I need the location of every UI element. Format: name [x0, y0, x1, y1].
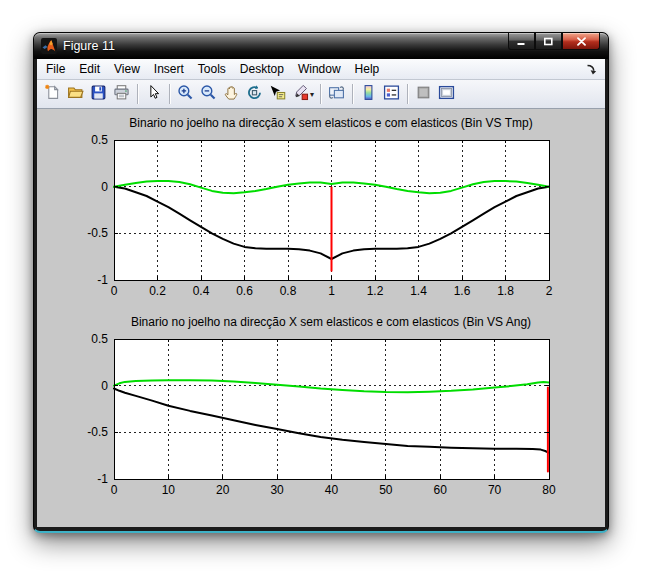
- y-tick-label: -0.5: [87, 425, 108, 439]
- print-figure-icon: [113, 84, 130, 105]
- window-controls: [508, 33, 600, 50]
- y-tick-label: -1: [97, 273, 108, 287]
- subplot-1-title: Binario no joelho na direcção X sem elas…: [129, 116, 532, 130]
- show-plot-tools-icon: [438, 84, 455, 105]
- matlab-icon: [41, 38, 57, 54]
- save-figure-icon: [90, 84, 107, 105]
- desktop: Figure 11 FileEditViewInsertToolsDesktop…: [0, 0, 653, 574]
- zoom-in-icon: [177, 84, 194, 105]
- x-tick-label: 0.8: [280, 284, 297, 298]
- new-figure-icon: [44, 84, 61, 105]
- y-tick-label: 0.5: [91, 332, 108, 346]
- dock-figure-arrow-icon[interactable]: [585, 63, 598, 76]
- restore-button[interactable]: [535, 33, 562, 50]
- menu-item-edit[interactable]: Edit: [72, 60, 107, 78]
- link-plot-button[interactable]: [325, 83, 348, 106]
- menu-item-desktop[interactable]: Desktop: [233, 60, 291, 78]
- subplot-2: 010203040506070800.50-0.5-1: [87, 332, 556, 497]
- x-tick-label: 60: [434, 483, 448, 497]
- edit-plot-button[interactable]: [142, 83, 165, 106]
- insert-legend-button[interactable]: [380, 83, 403, 106]
- x-tick-label: 0.2: [149, 284, 166, 298]
- x-tick-label: 1.2: [367, 284, 384, 298]
- titlebar[interactable]: Figure 11: [34, 33, 608, 59]
- data-cursor-button[interactable]: [266, 83, 289, 106]
- open-file-icon: [67, 84, 84, 105]
- subplot-2-title: Binario no joelho na direcção X sem elas…: [131, 315, 531, 329]
- toolbar: ▾: [37, 80, 605, 109]
- x-tick-label: 30: [270, 483, 284, 497]
- toolbar-separator: [320, 84, 321, 104]
- pan-icon: [223, 84, 240, 105]
- menubar: FileEditViewInsertToolsDesktopWindowHelp: [37, 59, 605, 80]
- figure-window: Figure 11 FileEditViewInsertToolsDesktop…: [33, 32, 609, 533]
- menu-item-tools[interactable]: Tools: [191, 60, 233, 78]
- menu-item-insert[interactable]: Insert: [147, 60, 191, 78]
- print-figure-button[interactable]: [110, 83, 133, 106]
- toolbar-separator: [407, 84, 408, 104]
- zoom-in-button[interactable]: [174, 83, 197, 106]
- subplot-1: 00.20.40.60.811.21.41.61.820.50-0.5-1: [87, 133, 552, 298]
- figure-canvas: 00.20.40.60.811.21.41.61.820.50-0.5-1010…: [37, 109, 605, 527]
- menu-item-help[interactable]: Help: [348, 60, 387, 78]
- close-button[interactable]: [562, 33, 600, 50]
- new-figure-button[interactable]: [41, 83, 64, 106]
- show-plot-tools-button[interactable]: [435, 83, 458, 106]
- insert-colorbar-icon: [360, 84, 377, 105]
- y-tick-label: 0: [101, 180, 108, 194]
- edit-plot-icon: [145, 84, 162, 105]
- open-file-button[interactable]: [64, 83, 87, 106]
- x-tick-label: 40: [325, 483, 339, 497]
- minimize-button[interactable]: [508, 33, 535, 50]
- link-plot-icon: [328, 84, 345, 105]
- y-tick-label: 0.5: [91, 133, 108, 147]
- save-figure-button[interactable]: [87, 83, 110, 106]
- y-tick-label: -0.5: [87, 226, 108, 240]
- menu-item-window[interactable]: Window: [291, 60, 348, 78]
- brush-button[interactable]: [289, 83, 312, 106]
- zoom-out-icon: [200, 84, 217, 105]
- x-tick-label: 20: [216, 483, 230, 497]
- data-cursor-icon: [269, 84, 286, 105]
- x-tick-label: 1.4: [410, 284, 427, 298]
- x-tick-label: 0.4: [193, 284, 210, 298]
- y-tick-label: 0: [101, 379, 108, 393]
- menu-item-file[interactable]: File: [39, 60, 72, 78]
- insert-legend-icon: [383, 84, 400, 105]
- x-tick-label: 1: [328, 284, 335, 298]
- brush-dropdown-caret[interactable]: ▾: [310, 90, 314, 99]
- x-tick-label: 80: [542, 483, 556, 497]
- x-tick-label: 0: [111, 483, 118, 497]
- window-title: Figure 11: [63, 39, 115, 53]
- x-tick-label: 50: [379, 483, 393, 497]
- hide-plot-tools-icon: [415, 84, 432, 105]
- toolbar-separator: [352, 84, 353, 104]
- insert-colorbar-button[interactable]: [357, 83, 380, 106]
- rotate-3d-icon: [246, 84, 263, 105]
- zoom-out-button[interactable]: [197, 83, 220, 106]
- brush-icon: [292, 84, 309, 105]
- pan-button[interactable]: [220, 83, 243, 106]
- rotate-3d-button[interactable]: [243, 83, 266, 106]
- toolbar-separator: [137, 84, 138, 104]
- x-tick-label: 0: [111, 284, 118, 298]
- x-tick-label: 1.6: [454, 284, 471, 298]
- menu-item-view[interactable]: View: [107, 60, 147, 78]
- x-tick-label: 1.8: [497, 284, 514, 298]
- x-tick-label: 70: [488, 483, 502, 497]
- toolbar-separator: [169, 84, 170, 104]
- y-tick-label: -1: [97, 472, 108, 486]
- x-tick-label: 0.6: [236, 284, 253, 298]
- x-tick-label: 10: [162, 483, 176, 497]
- x-tick-label: 2: [546, 284, 553, 298]
- hide-plot-tools-button[interactable]: [412, 83, 435, 106]
